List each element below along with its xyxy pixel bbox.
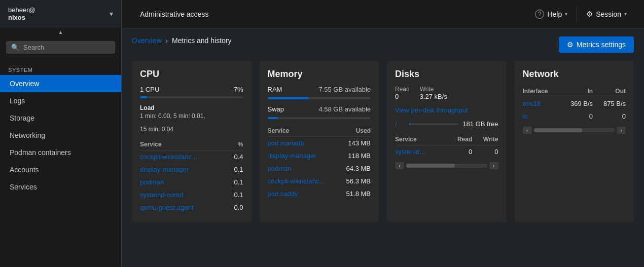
topbar-right: ? Help ▾ ⚙ Session ▾ bbox=[528, 6, 634, 23]
list-item[interactable]: podman bbox=[268, 162, 340, 175]
user-info: beheer@ nixos bbox=[8, 6, 35, 21]
search-box[interactable]: 🔍 bbox=[6, 41, 115, 54]
net-in-col: In bbox=[560, 86, 593, 97]
disk-scroll-right[interactable]: › bbox=[489, 162, 498, 169]
table-row: podman0.1 bbox=[140, 176, 243, 188]
cpu-title: CPU bbox=[140, 69, 243, 80]
net-interface-col: Interface bbox=[523, 86, 560, 97]
list-item: 64.3 MB bbox=[340, 162, 371, 175]
gear-settings-icon: ⚙ bbox=[567, 41, 574, 49]
list-item[interactable]: cockpit-wsinstanc... bbox=[268, 175, 340, 187]
sidebar: beheer@ nixos ▾ ▲ 🔍 System Overview Logs… bbox=[0, 0, 122, 267]
disk-write-label: Write bbox=[420, 86, 447, 93]
net-scroll-thumb bbox=[534, 128, 583, 132]
list-item[interactable]: systemd... bbox=[395, 145, 447, 159]
net-scroll-track[interactable] bbox=[534, 128, 615, 132]
scroll-up-arrow[interactable]: ▲ bbox=[0, 27, 121, 37]
table-row: pod mariadb143 MB bbox=[268, 137, 371, 150]
cpu-count-label: 1 CPU bbox=[140, 86, 159, 93]
main-content: Administrative access ? Help ▾ ⚙ Session… bbox=[122, 0, 644, 267]
cpu-load-values2: 15 min: 0.04 bbox=[140, 126, 243, 133]
net-scrollbar: ‹ › bbox=[523, 127, 626, 134]
cpu-load-values: 1 min: 0.00, 5 min: 0.01, bbox=[140, 112, 243, 120]
swap-label: Swap bbox=[268, 105, 284, 113]
cpu-card: CPU 1 CPU 7% Load 1 min: 0.00, 5 min: 0.… bbox=[132, 61, 252, 222]
metrics-grid: CPU 1 CPU 7% Load 1 min: 0.00, 5 min: 0.… bbox=[132, 61, 634, 222]
cpu-services-table: Service % cockpit-wsinstanc...0.4display… bbox=[140, 139, 243, 214]
breadcrumb-overview-link[interactable]: Overview bbox=[132, 36, 161, 45]
disks-card: Disks Read 0 Write 3.27 kB/s View per-di… bbox=[387, 61, 507, 222]
list-item: 0.0 bbox=[229, 201, 243, 214]
cpu-bar-container bbox=[140, 96, 243, 98]
help-icon: ? bbox=[535, 10, 544, 19]
network-table: Interface In Out ens18369 B/s875 B/slo00 bbox=[523, 86, 626, 123]
breadcrumb-current-page: Metrics and history bbox=[172, 36, 231, 45]
list-item[interactable]: pod mariadb bbox=[268, 137, 340, 150]
metrics-settings-button[interactable]: ⚙ Metrics settings bbox=[559, 36, 634, 53]
list-item[interactable]: cockpit-wsinstanc... bbox=[140, 150, 229, 164]
disk-services-table: Service Read Write systemd...00 bbox=[395, 134, 498, 158]
table-row: lo00 bbox=[523, 110, 626, 123]
disks-title: Disks bbox=[395, 69, 498, 80]
disk-scroll-left[interactable]: ‹ bbox=[395, 162, 404, 169]
mem-used-col: Used bbox=[340, 125, 371, 137]
disk-usage-bar-container bbox=[409, 123, 458, 125]
disk-scroll-track[interactable] bbox=[406, 164, 487, 168]
cpu-percent: 7% bbox=[234, 86, 243, 93]
list-item: 0.1 bbox=[229, 188, 243, 201]
admin-access-button[interactable]: Administrative access bbox=[132, 6, 217, 22]
search-input[interactable] bbox=[23, 44, 110, 51]
sidebar-item-services[interactable]: Services bbox=[0, 178, 121, 196]
metrics-settings-label: Metrics settings bbox=[577, 41, 626, 49]
help-button[interactable]: ? Help ▾ bbox=[528, 6, 575, 23]
per-disk-throughput-link[interactable]: View per-disk throughput bbox=[395, 106, 498, 114]
table-row: ens18369 B/s875 B/s bbox=[523, 97, 626, 110]
list-item[interactable]: display-manager bbox=[140, 163, 229, 176]
user-menu[interactable]: beheer@ nixos ▾ bbox=[0, 0, 121, 27]
table-row: cockpit-wsinstanc...56.3 MB bbox=[268, 175, 371, 187]
list-item: 56.3 MB bbox=[340, 175, 371, 187]
memory-card: Memory RAM 7.55 GB available Swap 4.58 G… bbox=[260, 61, 379, 222]
list-item: 143 MB bbox=[340, 137, 371, 150]
swap-value: 4.58 GB available bbox=[318, 105, 371, 113]
list-item[interactable]: lo bbox=[523, 110, 560, 123]
list-item: 0.1 bbox=[229, 176, 243, 188]
session-chevron-icon: ▾ bbox=[624, 11, 627, 17]
disk-free-space: 181 GB free bbox=[462, 120, 498, 128]
session-label: Session bbox=[596, 10, 621, 18]
list-item[interactable]: qemu-guest-agent bbox=[140, 201, 229, 214]
content-area: Overview › Metrics and history ⚙ Metrics… bbox=[122, 28, 644, 267]
disk-usage-row: / 181 GB free bbox=[395, 120, 498, 128]
cpu-load-label: Load bbox=[140, 104, 243, 111]
net-scroll-left[interactable]: ‹ bbox=[523, 127, 532, 134]
table-row: display-manager0.1 bbox=[140, 163, 243, 176]
sidebar-item-logs[interactable]: Logs bbox=[0, 92, 121, 109]
list-item[interactable]: display-manager bbox=[268, 149, 340, 162]
topbar: Administrative access ? Help ▾ ⚙ Session… bbox=[122, 0, 644, 28]
net-scroll-right[interactable]: › bbox=[617, 127, 626, 134]
sidebar-item-overview[interactable]: Overview bbox=[0, 75, 121, 92]
net-out-col: Out bbox=[593, 86, 626, 97]
list-item: 0 bbox=[447, 145, 472, 159]
list-item: 875 B/s bbox=[593, 97, 626, 110]
list-item: 0 bbox=[560, 110, 593, 123]
list-item[interactable]: systemd-oomd bbox=[140, 188, 229, 201]
disk-read-label: Read bbox=[395, 86, 410, 93]
sidebar-item-accounts[interactable]: Accounts bbox=[0, 161, 121, 178]
sidebar-item-podman[interactable]: Podman containers bbox=[0, 144, 121, 161]
gear-icon: ⚙ bbox=[586, 10, 593, 19]
list-item: 0.1 bbox=[229, 163, 243, 176]
disk-rw-row: Read 0 Write 3.27 kB/s bbox=[395, 86, 498, 100]
ram-bar-container bbox=[268, 97, 371, 99]
sidebar-item-storage[interactable]: Storage bbox=[0, 109, 121, 127]
list-item[interactable]: podman bbox=[140, 176, 229, 188]
table-row: podman64.3 MB bbox=[268, 162, 371, 175]
search-container: 🔍 bbox=[0, 37, 121, 58]
sidebar-item-networking[interactable]: Networking bbox=[0, 127, 121, 144]
list-item[interactable]: pod caddy bbox=[268, 187, 340, 200]
list-item[interactable]: ens18 bbox=[523, 97, 560, 110]
list-item: 369 B/s bbox=[560, 97, 593, 110]
session-button[interactable]: ⚙ Session ▾ bbox=[579, 6, 634, 23]
disk-mount-label[interactable]: / bbox=[395, 120, 405, 128]
network-title: Network bbox=[523, 69, 626, 80]
